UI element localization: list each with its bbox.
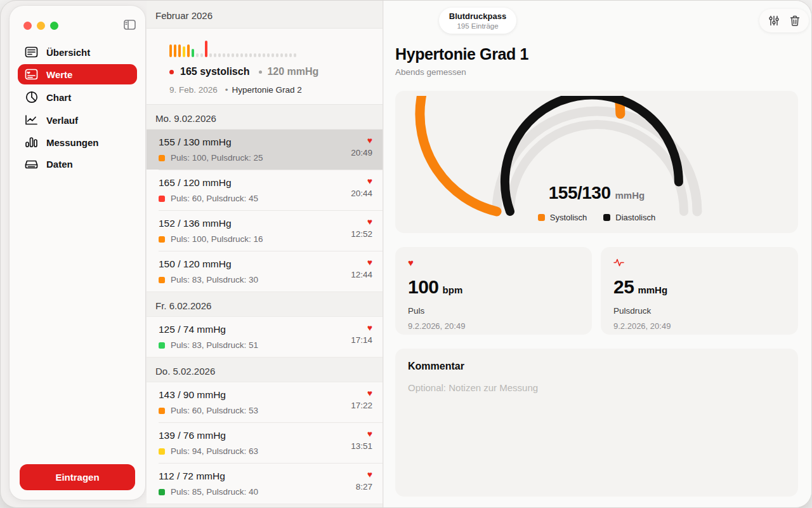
group-date-header: Mo. 9.02.2026 (147, 105, 383, 129)
heart-icon: ♥ (367, 258, 372, 267)
window-controls (23, 22, 58, 30)
sidebar-item-verlauf[interactable]: Verlauf (18, 110, 137, 130)
row-time: 13:51 (351, 441, 372, 451)
mini-bar (205, 41, 207, 57)
legend-label: Systolisch (550, 213, 587, 222)
row-time: 17:14 (351, 335, 372, 345)
row-main: 152 / 136 mmHg Puls: 100, Pulsdruck: 16 (159, 218, 263, 244)
comment-input[interactable] (408, 382, 785, 484)
heart-icon: ♥ (367, 389, 372, 398)
mini-bar (192, 49, 194, 57)
measurement-row[interactable]: 152 / 136 mmHg Puls: 100, Pulsdruck: 16 … (147, 211, 383, 251)
stat-card-puls: ♥ 100 bpm Puls 9.2.2026, 20:49 (395, 247, 592, 335)
measurement-row[interactable]: 125 / 74 mmHg Puls: 83, Pulsdruck: 51 ♥ … (147, 317, 383, 357)
blood-pressure-gauge (394, 96, 800, 223)
category-square-icon (159, 489, 165, 495)
overview-icon (25, 46, 38, 58)
sidebar-item-werte[interactable]: Werte (18, 64, 137, 84)
measurement-context: Abends gemessen (395, 67, 466, 77)
category-square-icon (159, 408, 165, 414)
mini-bar (187, 44, 190, 57)
heart-icon: ♥ (367, 177, 372, 185)
mini-bar (280, 53, 283, 57)
window-title-pill: Blutdruckpass 195 Einträge (439, 8, 516, 34)
minimize-window-button[interactable] (37, 22, 45, 30)
row-detail-text: Puls: 83, Pulsdruck: 51 (171, 340, 258, 350)
row-value: 112 / 72 mmHg (159, 471, 258, 482)
gauge-value: 155/130 (549, 183, 611, 203)
category-square-icon (159, 155, 165, 161)
row-time: 17:22 (351, 401, 372, 410)
measurement-row[interactable]: 165 / 120 mmHg Puls: 60, Pulsdruck: 45 ♥… (147, 170, 383, 210)
mini-bar (218, 53, 221, 57)
category-square-icon (159, 236, 165, 243)
sidebar-item-chart[interactable]: Chart (18, 86, 137, 108)
comment-title: Kommentar (408, 361, 785, 372)
add-entry-button[interactable]: Eintragen (20, 464, 135, 490)
mini-bar (245, 53, 247, 57)
sidebar-item-bersicht[interactable]: Übersicht (18, 42, 137, 62)
category-square-icon (159, 277, 165, 283)
group-date-header: Do. 5.02.2026 (147, 358, 383, 382)
close-window-button[interactable] (23, 22, 32, 30)
sidebar: ÜbersichtWerteChartVerlaufMessungenDaten… (10, 6, 145, 500)
mini-bar (285, 53, 287, 57)
gauge-legend: SystolischDiastolisch (395, 213, 798, 222)
pie-chart-icon (25, 91, 38, 104)
row-detail-text: Puls: 60, Pulsdruck: 53 (171, 406, 258, 415)
trash-icon[interactable] (790, 15, 800, 27)
bullet: • (225, 85, 228, 95)
stat-card-pulsdruck: 25 mmHg Pulsdruck 9.2.2026, 20:49 (601, 247, 798, 335)
stat-value: 100 (408, 276, 439, 298)
stat-value: 25 (613, 276, 634, 298)
sidebar-item-daten[interactable]: Daten (18, 154, 137, 174)
row-value: 165 / 120 mmHg (159, 177, 258, 189)
row-main: 112 / 72 mmHg Puls: 85, Pulsdruck: 40 (159, 471, 258, 497)
measurement-row[interactable]: 139 / 76 mmHg Puls: 94, Pulsdruck: 63 ♥ … (147, 423, 383, 463)
mini-bar (267, 53, 270, 57)
row-side: ♥ 12:44 (351, 258, 372, 279)
stat-timestamp: 9.2.2026, 20:49 (613, 321, 785, 331)
mini-bar (258, 53, 261, 57)
group-date-header: Fr. 6.02.2026 (147, 292, 383, 316)
mini-bar (254, 53, 256, 57)
detail-panel: Hypertonie Grad 1 Abends gemessen 155/13… (384, 1, 811, 507)
comment-card: Kommentar (395, 349, 798, 497)
month-summary[interactable]: 165 systolisch 120 mmHg 9. Feb. 2026 • H… (147, 29, 383, 105)
row-main: 155 / 130 mmHg Puls: 100, Pulsdruck: 25 (159, 137, 263, 163)
mini-bar (196, 53, 199, 57)
row-main: 125 / 74 mmHg Puls: 83, Pulsdruck: 51 (159, 324, 258, 350)
heart-icon: ♥ (367, 324, 372, 332)
legend-item: Diastolisch (603, 213, 655, 222)
row-time: 8:27 (356, 482, 372, 491)
stat-unit: mmHg (638, 284, 667, 295)
heart-icon: ♥ (367, 137, 372, 145)
heart-icon: ♥ (367, 471, 372, 479)
zoom-window-button[interactable] (50, 22, 58, 30)
mini-bar (174, 44, 176, 57)
measurement-row[interactable]: 112 / 72 mmHg Puls: 85, Pulsdruck: 40 ♥ … (147, 464, 383, 504)
mini-bar (169, 44, 172, 57)
category-square-icon (159, 342, 165, 349)
measurement-row[interactable]: 155 / 130 mmHg Puls: 100, Pulsdruck: 25 … (147, 130, 383, 170)
stat-label: Pulsdruck (613, 306, 785, 316)
stat-unit: bpm (443, 284, 463, 295)
line-chart-icon (25, 114, 38, 126)
row-time: 20:44 (351, 189, 372, 198)
legend-label: Diastolisch (615, 213, 655, 222)
row-side: ♥ 13:51 (351, 430, 372, 451)
row-detail-text: Puls: 85, Pulsdruck: 40 (171, 487, 258, 497)
sidebar-item-messungen[interactable]: Messungen (18, 132, 137, 152)
group-rows: 143 / 90 mmHg Puls: 60, Pulsdruck: 53 ♥ … (147, 382, 383, 504)
measurement-list: Februar 2026 165 systolisch 120 mmHg 9. … (147, 1, 383, 507)
sidebar-toggle-icon[interactable] (124, 20, 136, 32)
measurement-row[interactable]: 150 / 120 mmHg Puls: 83, Pulsdruck: 30 ♥… (147, 251, 383, 291)
filters-icon[interactable] (769, 15, 779, 26)
legend-item: Systolisch (538, 213, 587, 222)
heart-icon: ♥ (408, 258, 579, 268)
heart-icon: ♥ (367, 218, 372, 226)
summary-classification: Hypertonie Grad 2 (232, 85, 302, 95)
measurement-row[interactable]: 143 / 90 mmHg Puls: 60, Pulsdruck: 53 ♥ … (147, 382, 383, 422)
row-time: 12:44 (351, 270, 372, 279)
row-value: 152 / 136 mmHg (159, 218, 263, 229)
